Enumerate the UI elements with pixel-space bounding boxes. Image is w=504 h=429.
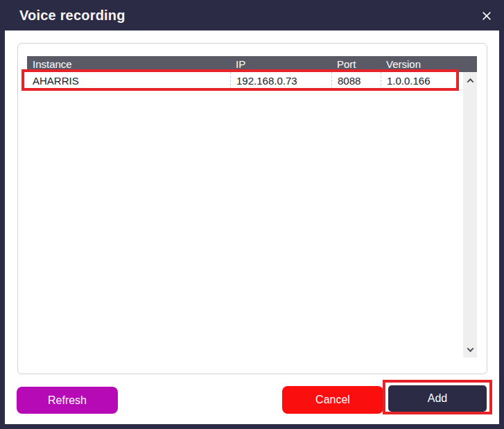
chevron-up-icon: [467, 78, 473, 85]
close-icon[interactable]: [478, 7, 496, 25]
dialog-title: Voice recording: [0, 8, 125, 24]
cell-ip: 192.168.0.73: [230, 72, 331, 89]
cell-port: 8088: [331, 72, 381, 89]
x-close-icon: [482, 9, 492, 23]
dialog-header: Voice recording: [0, 0, 504, 30]
column-header-instance: Instance: [27, 58, 230, 70]
column-header-ip: IP: [230, 58, 331, 70]
column-header-port: Port: [331, 58, 381, 70]
scroll-up-button[interactable]: [463, 73, 477, 87]
add-button[interactable]: Add: [388, 385, 487, 412]
table-header-row: Instance IP Port Version: [27, 56, 477, 72]
cell-instance: AHARRIS: [27, 72, 230, 89]
column-header-version: Version: [381, 58, 477, 70]
dialog-body: Instance IP Port Version AHARRIS 192.168…: [5, 30, 499, 424]
cancel-button[interactable]: Cancel: [282, 386, 383, 414]
cell-version: 1.0.0.166: [381, 72, 463, 89]
scroll-down-button[interactable]: [463, 342, 477, 356]
refresh-button[interactable]: Refresh: [17, 387, 118, 414]
voice-recording-dialog: Voice recording Instance IP Port Version…: [0, 0, 504, 429]
chevron-down-icon: [467, 345, 473, 352]
vertical-scrollbar[interactable]: [463, 72, 477, 358]
instances-table: Instance IP Port Version AHARRIS 192.168…: [17, 43, 487, 374]
table-row[interactable]: AHARRIS 192.168.0.73 8088 1.0.0.166: [27, 72, 463, 90]
